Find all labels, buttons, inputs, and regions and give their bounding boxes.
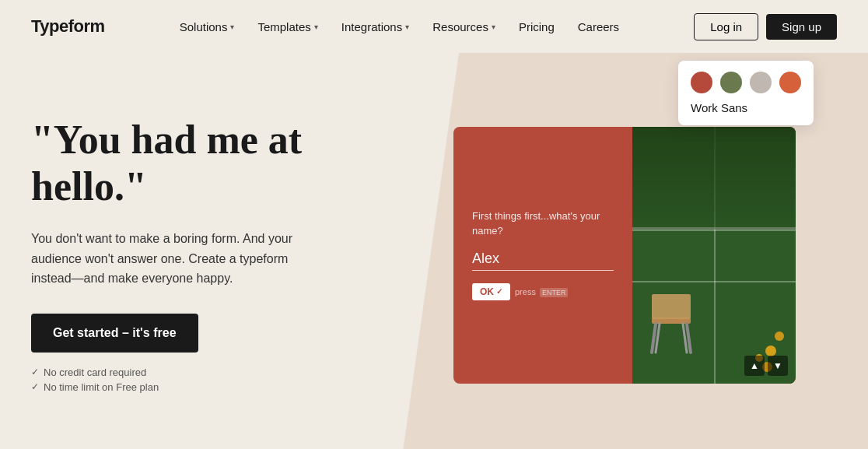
font-label: Work Sans	[691, 101, 801, 114]
signup-button[interactable]: Sign up	[766, 14, 837, 40]
chevron-down-icon: ▾	[314, 23, 318, 31]
color-dots	[691, 72, 801, 93]
nav-templates[interactable]: Templates ▾	[248, 14, 327, 40]
nav-links: Solutions ▾ Templates ▾ Integrations ▾ R…	[170, 14, 628, 40]
press-enter-label: press ENTER	[515, 287, 568, 296]
tennis-ball	[765, 346, 776, 356]
tennis-court-image	[632, 127, 796, 384]
hero-section: "You had me at hello." You don't want to…	[0, 53, 868, 449]
hero-notes: ✓ No credit card required ✓ No time limi…	[31, 367, 350, 393]
form-answer: Alex	[472, 251, 614, 267]
color-picker-popup: Work Sans	[678, 61, 814, 125]
court-net-area	[632, 127, 796, 230]
nav-integrations[interactable]: Integrations ▾	[332, 14, 418, 40]
check-icon: ✓	[496, 287, 502, 296]
logo[interactable]: Typeform	[31, 16, 105, 37]
form-preview-card: First things first...what's your name? A…	[453, 127, 796, 384]
form-question: First things first...what's your name?	[472, 209, 614, 237]
hero-left: "You had me at hello." You don't want to…	[0, 53, 381, 449]
form-image-panel: ▲ ▼	[632, 127, 796, 384]
color-swatch-silver[interactable]	[750, 72, 772, 93]
hero-right: Work Sans First things first...what's yo…	[381, 53, 868, 449]
form-input-area[interactable]: Alex	[472, 251, 614, 271]
color-swatch-olive[interactable]	[720, 72, 742, 93]
nav-resources[interactable]: Resources ▾	[423, 14, 505, 40]
form-nav-down-button[interactable]: ▼	[768, 356, 788, 376]
chevron-down-icon: ▾	[405, 23, 409, 31]
tennis-ball	[775, 331, 784, 341]
form-left-panel: First things first...what's your name? A…	[453, 127, 632, 384]
note-no-credit-card: ✓ No credit card required	[31, 367, 350, 378]
navbar: Typeform Solutions ▾ Templates ▾ Integra…	[0, 0, 868, 53]
check-icon: ✓	[31, 381, 39, 392]
svg-rect-1	[652, 294, 691, 319]
cta-button[interactable]: Get started – it's free	[31, 314, 198, 353]
form-nav-arrows: ▲ ▼	[744, 356, 788, 376]
nav-actions: Log in Sign up	[694, 13, 837, 40]
nav-careers[interactable]: Careers	[569, 14, 628, 40]
color-swatch-orange[interactable]	[779, 72, 801, 93]
chevron-down-icon: ▾	[492, 23, 495, 31]
hero-heading: "You had me at hello."	[31, 117, 350, 210]
form-nav-up-button[interactable]: ▲	[744, 356, 765, 376]
note-no-time-limit: ✓ No time limit on Free plan	[31, 381, 350, 393]
form-ok-area: OK ✓ press ENTER	[472, 283, 614, 300]
check-icon: ✓	[31, 367, 39, 377]
nav-pricing[interactable]: Pricing	[509, 14, 564, 40]
hero-subtext: You don't want to make a boring form. An…	[31, 229, 327, 289]
chevron-down-icon: ▾	[230, 23, 234, 31]
enter-key-badge: ENTER	[540, 288, 569, 297]
color-swatch-rust[interactable]	[691, 72, 712, 93]
chair-icon	[644, 282, 714, 368]
login-button[interactable]: Log in	[694, 13, 758, 40]
nav-solutions[interactable]: Solutions ▾	[170, 14, 244, 40]
ok-button[interactable]: OK ✓	[472, 283, 510, 300]
